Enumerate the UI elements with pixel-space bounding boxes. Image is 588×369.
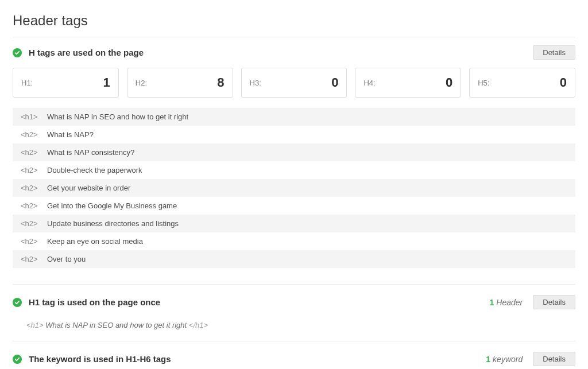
tag-label: <h1> xyxy=(21,112,47,121)
heading-text: What is NAP in SEO and how to get it rig… xyxy=(47,112,188,121)
metric-header-count: 1Header xyxy=(490,298,523,307)
tag-label: <h2> xyxy=(21,219,47,228)
list-item: <h2> Over to you xyxy=(13,250,575,268)
list-item: <h2> Get your website in order xyxy=(13,179,575,197)
code-content: What is NAP in SEO and how to get it rig… xyxy=(45,321,187,329)
details-button[interactable]: Details xyxy=(533,295,575,309)
count-value: 0 xyxy=(331,75,338,90)
list-item: <h2> Keep an eye on social media xyxy=(13,232,575,250)
heading-text: What is NAP? xyxy=(47,130,94,139)
section-head: H1 tag is used on the page once 1Header … xyxy=(13,295,575,309)
count-box-h4: H4: 0 xyxy=(355,68,461,98)
section-head: The keyword is used in H1-H6 tags 1keywo… xyxy=(13,352,575,366)
count-box-h3: H3: 0 xyxy=(241,68,347,98)
check-circle-icon xyxy=(13,48,22,57)
section-h1-once: H1 tag is used on the page once 1Header … xyxy=(13,284,575,337)
metric-count: 1 xyxy=(486,355,490,364)
count-value: 0 xyxy=(446,75,452,90)
check-circle-icon xyxy=(13,355,22,364)
divider xyxy=(13,37,575,37)
list-item: <h2> What is NAP? xyxy=(13,126,575,143)
heading-text: Keep an eye on social media xyxy=(47,237,143,246)
tag-label: <h2> xyxy=(21,148,47,157)
count-label: H4: xyxy=(363,79,375,87)
count-label: H5: xyxy=(478,79,489,87)
metric-keyword-count: 1keyword xyxy=(486,355,523,364)
page-title: Header tags xyxy=(13,13,575,29)
check-circle-icon xyxy=(13,298,22,307)
heading-text: Get your website in order xyxy=(47,184,130,192)
count-value: 0 xyxy=(560,75,567,90)
code-open-tag: <h1> xyxy=(26,321,44,329)
tag-label: <h2> xyxy=(21,166,47,174)
heading-text: Over to you xyxy=(47,255,86,263)
list-item: <h2> Get into the Google My Business gam… xyxy=(13,197,575,215)
list-item: <h2> What is NAP consistency? xyxy=(13,143,575,161)
tag-label: <h2> xyxy=(21,255,47,263)
section-title: H tags are used on the page xyxy=(29,48,144,57)
section-htags-used: H tags are used on the page Details xyxy=(13,45,575,60)
code-close-tag: </h1> xyxy=(189,321,208,329)
metric-count: 1 xyxy=(490,298,494,307)
count-box-h2: H2: 8 xyxy=(127,68,233,98)
metric-label: keyword xyxy=(493,355,523,364)
details-button[interactable]: Details xyxy=(533,352,575,366)
tag-label: <h2> xyxy=(21,237,47,246)
tag-label: <h2> xyxy=(21,184,47,192)
heading-text: Double-check the paperwork xyxy=(47,166,142,174)
heading-text: Get into the Google My Business game xyxy=(47,201,177,210)
heading-text: Update business directories and listings xyxy=(47,219,179,228)
count-value: 1 xyxy=(103,75,110,90)
count-label: H2: xyxy=(136,79,147,87)
heading-list: <h1> What is NAP in SEO and how to get i… xyxy=(13,108,575,268)
list-item: <h2> Update business directories and lis… xyxy=(13,215,575,232)
metric-label: Header xyxy=(496,298,523,307)
list-item: <h2> Double-check the paperwork xyxy=(13,161,575,179)
count-value: 8 xyxy=(217,75,224,90)
details-button[interactable]: Details xyxy=(533,45,575,60)
section-title: H1 tag is used on the page once xyxy=(29,297,160,307)
tag-label: <h2> xyxy=(21,201,47,210)
h1-code-preview: <h1> What is NAP in SEO and how to get i… xyxy=(13,317,575,337)
tag-label: <h2> xyxy=(21,130,47,139)
heading-counts-row: H1: 1 H2: 8 H3: 0 H4: 0 H5: 0 xyxy=(13,68,575,98)
count-label: H1: xyxy=(21,79,33,87)
section-keyword-in-headings: The keyword is used in H1-H6 tags 1keywo… xyxy=(13,341,575,369)
heading-text: What is NAP consistency? xyxy=(47,148,134,157)
section-title: The keyword is used in H1-H6 tags xyxy=(29,354,171,364)
count-box-h1: H1: 1 xyxy=(13,68,119,98)
count-box-h5: H5: 0 xyxy=(469,68,575,98)
count-label: H3: xyxy=(250,79,261,87)
list-item: <h1> What is NAP in SEO and how to get i… xyxy=(13,108,575,126)
